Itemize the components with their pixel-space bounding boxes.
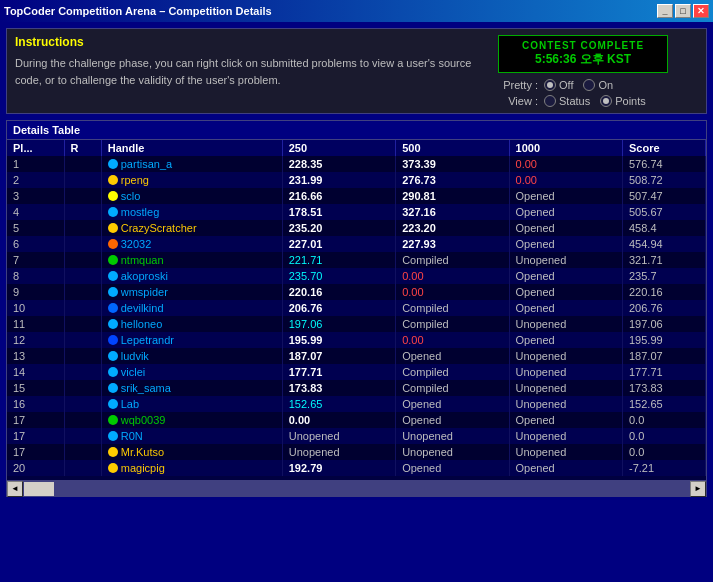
window-title: TopCoder Competition Arena – Competition… bbox=[4, 5, 272, 17]
cell-rank bbox=[64, 220, 101, 236]
cell-500: Opened bbox=[396, 412, 509, 428]
player-icon bbox=[108, 159, 118, 169]
player-icon bbox=[108, 303, 118, 313]
table-row: 11helloneo197.06CompiledUnopened197.06 bbox=[7, 316, 706, 332]
pretty-radio-group[interactable]: Off On bbox=[544, 79, 613, 91]
player-handle: akoproski bbox=[121, 270, 168, 282]
cell-250: Unopened bbox=[282, 428, 395, 444]
cell-1000: Opened bbox=[509, 188, 622, 204]
player-icon bbox=[108, 207, 118, 217]
player-icon bbox=[108, 223, 118, 233]
player-icon bbox=[108, 175, 118, 185]
window-controls[interactable]: _ □ ✕ bbox=[657, 4, 709, 18]
details-section: Details Table Pl... R Handle 250 500 100… bbox=[6, 120, 707, 497]
player-icon bbox=[108, 431, 118, 441]
cell-1000: Unopened bbox=[509, 316, 622, 332]
view-radio-group[interactable]: Status Points bbox=[544, 95, 646, 107]
view-status-label: Status bbox=[559, 95, 590, 107]
cell-handle: 32032 bbox=[101, 236, 282, 252]
cell-250: 235.70 bbox=[282, 268, 395, 284]
scroll-right-arrow[interactable]: ► bbox=[690, 481, 706, 497]
table-container[interactable]: Pl... R Handle 250 500 1000 Score 1parti… bbox=[7, 140, 706, 480]
table-row: 1partisan_a228.35373.390.00576.74 bbox=[7, 156, 706, 172]
table-row: 3sclo216.66290.81Opened507.47 bbox=[7, 188, 706, 204]
scrollbar[interactable]: ◄ ► bbox=[7, 480, 706, 496]
cell-place: 15 bbox=[7, 380, 64, 396]
instructions-panel: Instructions During the challenge phase,… bbox=[6, 28, 707, 114]
cell-rank bbox=[64, 332, 101, 348]
cell-score: 576.74 bbox=[622, 156, 705, 172]
table-header-row: Pl... R Handle 250 500 1000 Score bbox=[7, 140, 706, 156]
cell-place: 14 bbox=[7, 364, 64, 380]
cell-250: 187.07 bbox=[282, 348, 395, 364]
pretty-control: Pretty : Off On bbox=[498, 79, 646, 91]
instructions-right: CONTEST COMPLETE 5:56:36 오후 KST Pretty :… bbox=[498, 35, 698, 107]
cell-handle: R0N bbox=[101, 428, 282, 444]
table-row: 15srik_sama173.83CompiledUnopened173.83 bbox=[7, 380, 706, 396]
cell-250: 216.66 bbox=[282, 188, 395, 204]
cell-handle: magicpig bbox=[101, 460, 282, 476]
table-row: 16Lab152.65OpenedUnopened152.65 bbox=[7, 396, 706, 412]
scroll-track[interactable] bbox=[23, 481, 690, 497]
cell-handle: Lab bbox=[101, 396, 282, 412]
cell-score: 508.72 bbox=[622, 172, 705, 188]
instructions-left: Instructions During the challenge phase,… bbox=[15, 35, 488, 107]
col-place: Pl... bbox=[7, 140, 64, 156]
minimize-button[interactable]: _ bbox=[657, 4, 673, 18]
cell-score: 507.47 bbox=[622, 188, 705, 204]
pretty-off-radio[interactable] bbox=[544, 79, 556, 91]
scroll-thumb[interactable] bbox=[24, 482, 54, 496]
cell-score: 0.0 bbox=[622, 444, 705, 460]
pretty-on-label: On bbox=[598, 79, 613, 91]
close-button[interactable]: ✕ bbox=[693, 4, 709, 18]
cell-rank bbox=[64, 284, 101, 300]
table-row: 632032227.01227.93Opened454.94 bbox=[7, 236, 706, 252]
cell-score: 220.16 bbox=[622, 284, 705, 300]
player-handle: mostleg bbox=[121, 206, 160, 218]
col-500: 500 bbox=[396, 140, 509, 156]
maximize-button[interactable]: □ bbox=[675, 4, 691, 18]
player-handle: viclei bbox=[121, 366, 145, 378]
pretty-off-option[interactable]: Off bbox=[544, 79, 573, 91]
player-icon bbox=[108, 351, 118, 361]
cell-handle: Mr.Kutso bbox=[101, 444, 282, 460]
view-status-option[interactable]: Status bbox=[544, 95, 590, 107]
view-status-radio[interactable] bbox=[544, 95, 556, 107]
cell-500: 276.73 bbox=[396, 172, 509, 188]
cell-250: 152.65 bbox=[282, 396, 395, 412]
view-points-radio[interactable] bbox=[600, 95, 612, 107]
cell-place: 2 bbox=[7, 172, 64, 188]
cell-place: 7 bbox=[7, 252, 64, 268]
scroll-left-arrow[interactable]: ◄ bbox=[7, 481, 23, 497]
player-handle: ntmquan bbox=[121, 254, 164, 266]
player-icon bbox=[108, 319, 118, 329]
cell-score: 206.76 bbox=[622, 300, 705, 316]
main-content: Instructions During the challenge phase,… bbox=[0, 22, 713, 503]
player-icon bbox=[108, 463, 118, 473]
view-points-option[interactable]: Points bbox=[600, 95, 646, 107]
player-handle: wqb0039 bbox=[121, 414, 166, 426]
cell-rank bbox=[64, 428, 101, 444]
cell-500: 373.39 bbox=[396, 156, 509, 172]
cell-score: 177.71 bbox=[622, 364, 705, 380]
cell-1000: Opened bbox=[509, 220, 622, 236]
cell-rank bbox=[64, 268, 101, 284]
cell-250: 178.51 bbox=[282, 204, 395, 220]
cell-place: 6 bbox=[7, 236, 64, 252]
view-control: View : Status Points bbox=[498, 95, 646, 107]
cell-score: -7.21 bbox=[622, 460, 705, 476]
cell-1000: Opened bbox=[509, 412, 622, 428]
player-icon bbox=[108, 271, 118, 281]
table-row: 4mostleg178.51327.16Opened505.67 bbox=[7, 204, 706, 220]
instructions-title: Instructions bbox=[15, 35, 488, 49]
pretty-on-option[interactable]: On bbox=[583, 79, 613, 91]
cell-handle: devilkind bbox=[101, 300, 282, 316]
cell-1000: Opened bbox=[509, 284, 622, 300]
table-row: 17Mr.KutsoUnopenedUnopenedUnopened0.0 bbox=[7, 444, 706, 460]
pretty-on-radio[interactable] bbox=[583, 79, 595, 91]
cell-500: Unopened bbox=[396, 444, 509, 460]
cell-1000: Unopened bbox=[509, 364, 622, 380]
cell-place: 17 bbox=[7, 412, 64, 428]
cell-place: 20 bbox=[7, 460, 64, 476]
cell-1000: Unopened bbox=[509, 428, 622, 444]
